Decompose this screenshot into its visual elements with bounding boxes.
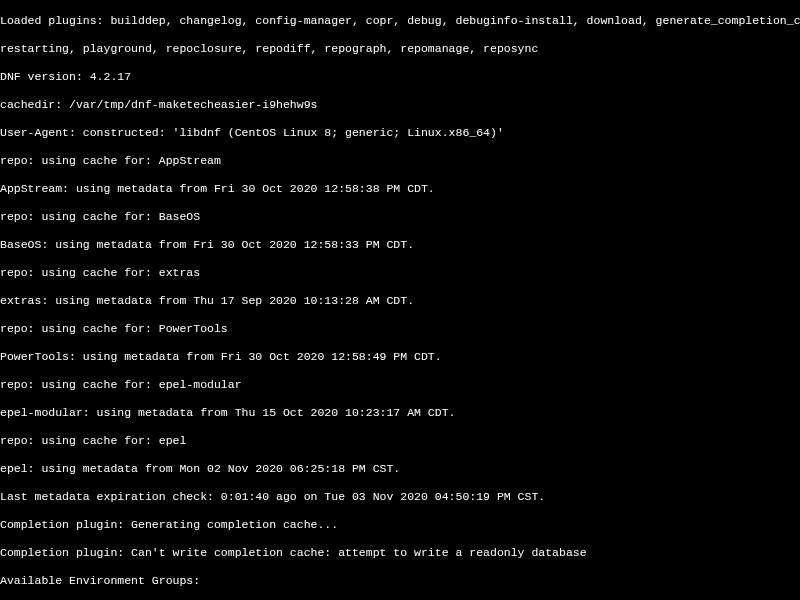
output-line: repo: using cache for: extras <box>0 266 800 280</box>
output-line: Completion plugin: Generating completion… <box>0 518 800 532</box>
section-available-env-groups: Available Environment Groups: <box>0 574 800 588</box>
output-line: epel: using metadata from Mon 02 Nov 202… <box>0 462 800 476</box>
output-line: epel-modular: using metadata from Thu 15… <box>0 406 800 420</box>
output-line: repo: using cache for: BaseOS <box>0 210 800 224</box>
output-line: PowerTools: using metadata from Fri 30 O… <box>0 350 800 364</box>
output-line: BaseOS: using metadata from Fri 30 Oct 2… <box>0 238 800 252</box>
output-line: Completion plugin: Can't write completio… <box>0 546 800 560</box>
output-line: DNF version: 4.2.17 <box>0 70 800 84</box>
output-line: restarting, playground, repoclosure, rep… <box>0 42 800 56</box>
output-line: extras: using metadata from Thu 17 Sep 2… <box>0 294 800 308</box>
output-line: repo: using cache for: epel-modular <box>0 378 800 392</box>
output-line: repo: using cache for: epel <box>0 434 800 448</box>
output-line: AppStream: using metadata from Fri 30 Oc… <box>0 182 800 196</box>
output-line: Last metadata expiration check: 0:01:40 … <box>0 490 800 504</box>
output-line: User-Agent: constructed: 'libdnf (CentOS… <box>0 126 800 140</box>
output-line: repo: using cache for: PowerTools <box>0 322 800 336</box>
terminal-output: Loaded plugins: builddep, changelog, con… <box>0 0 800 600</box>
output-line: cachedir: /var/tmp/dnf-maketecheasier-i9… <box>0 98 800 112</box>
output-line: repo: using cache for: AppStream <box>0 154 800 168</box>
output-line: Loaded plugins: builddep, changelog, con… <box>0 14 800 28</box>
